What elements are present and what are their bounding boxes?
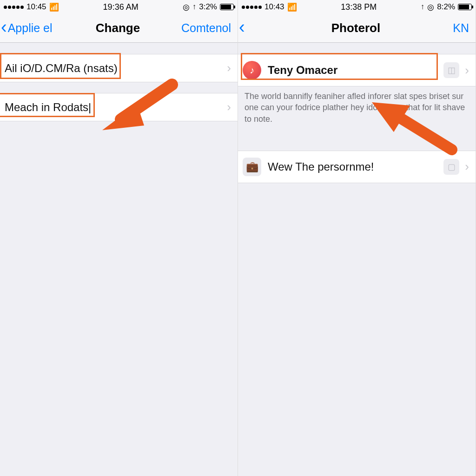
chevron-right-icon: › <box>223 100 231 114</box>
list-row-1-label: Wew The persornme! <box>268 160 443 173</box>
location-icon: ↑ <box>421 2 425 12</box>
music-icon: ♪ <box>243 61 261 79</box>
status-bar-left: 10:45 📶 19:36 AM ◎ ↑ 3:2% <box>0 0 238 14</box>
battery-percent: 3:2% <box>199 2 217 12</box>
wifi-icon: 📶 <box>287 2 297 12</box>
content-left: Ail iO/D.CM/Ra (nsats) › Meach in Rodats… <box>0 43 238 476</box>
chevron-left-icon: ‹ <box>1 18 7 36</box>
statusbar-clock: 13:38 PM <box>341 2 377 12</box>
statusbar-carrier-time: 10:43 <box>264 2 284 12</box>
upload-icon: ↑ <box>192 2 197 12</box>
chevron-right-icon: › <box>223 61 231 75</box>
back-button[interactable]: ‹ <box>238 18 294 39</box>
navbar-right: ‹ Photerol KN <box>238 14 476 43</box>
content-right: ♪ Teny Omacer ◫ › The world bannifly fea… <box>238 43 476 476</box>
signal-icon <box>4 6 24 9</box>
briefcase-icon: 💼 <box>243 158 261 176</box>
battery-percent: 8:2% <box>437 2 455 12</box>
statusbar-left-cluster: 10:43 📶 <box>242 2 297 12</box>
list-row-0[interactable]: ♪ Teny Omacer ◫ › <box>238 54 476 86</box>
section-spacer-2 <box>238 128 476 151</box>
status-bar-right: 10:43 📶 13:38 PM ↑ ◎ 8:2% <box>238 0 476 14</box>
list-row-1-label: Meach in Rodats| <box>5 101 223 114</box>
badge-icon: ◫ <box>443 62 459 78</box>
orientation-icon: ◎ <box>183 2 190 12</box>
back-button[interactable]: ‹ Applie el <box>0 18 56 39</box>
nav-action-button[interactable]: Comtenol <box>180 21 236 35</box>
statusbar-carrier-time: 10:45 <box>26 2 46 12</box>
page-title: Photerol <box>331 21 380 35</box>
list-row-1[interactable]: Meach in Rodats| › <box>0 93 238 121</box>
right-screen: 10:43 📶 13:38 PM ↑ ◎ 8:2% ‹ Photerol KN … <box>238 0 476 476</box>
statusbar-right-cluster: ◎ ↑ 3:2% <box>183 2 234 12</box>
badge-icon: ▢ <box>443 159 459 175</box>
section-spacer <box>0 43 238 54</box>
chevron-right-icon: › <box>461 159 469 174</box>
list-row-1[interactable]: 💼 Wew The persornme! ▢ › <box>238 151 476 183</box>
list-row-0-label: Teny Omacer <box>268 64 443 77</box>
page-title: Change <box>96 21 140 35</box>
back-label: Applie el <box>8 21 53 35</box>
section-spacer <box>238 43 476 54</box>
signal-icon <box>242 6 262 9</box>
nav-action-button[interactable]: KN <box>418 21 474 35</box>
wifi-icon: 📶 <box>49 2 59 12</box>
orientation-icon: ◎ <box>427 2 434 12</box>
chevron-right-icon: › <box>461 63 469 78</box>
list-row-0-label: Ail iO/D.CM/Ra (nsats) <box>5 62 223 75</box>
list-row-0[interactable]: Ail iO/D.CM/Ra (nsats) › <box>0 54 238 82</box>
navbar-left: ‹ Applie el Change Comtenol <box>0 14 238 43</box>
statusbar-clock: 19:36 AM <box>103 2 139 12</box>
left-screen: 10:45 📶 19:36 AM ◎ ↑ 3:2% ‹ Applie el Ch… <box>0 0 238 476</box>
battery-icon <box>458 4 472 10</box>
chevron-left-icon: ‹ <box>239 18 245 36</box>
section-spacer-2 <box>0 82 238 93</box>
statusbar-right-cluster: ↑ ◎ 8:2% <box>421 2 472 12</box>
battery-icon <box>220 4 234 10</box>
statusbar-left-cluster: 10:45 📶 <box>4 2 59 12</box>
section-footer-text: The world bannifly feaniher afled infore… <box>238 86 476 128</box>
